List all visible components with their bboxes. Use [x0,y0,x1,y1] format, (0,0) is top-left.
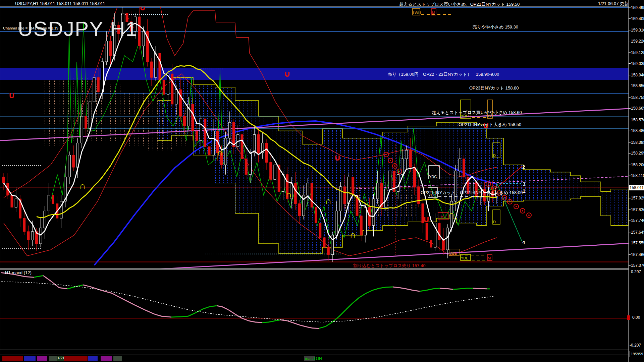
price-tick-label: 159.035 [631,61,644,66]
price-tick-label: 158.570 [631,118,644,122]
candle-body [257,134,260,153]
chart-annotation-text: OP23日NYカット 158.80 [469,85,519,91]
chart-window: ∪∪∪∪∪∪∩∩∩∩∩∩++ USDJPY,H1 158.011 158.011… [0,0,644,362]
candle-body [241,134,243,159]
macd-line-segment [399,288,406,289]
timeline-segment[interactable] [64,356,88,361]
macd-line-segment [67,287,76,289]
sell-arrow-icon: ∪ [139,2,146,12]
timeline-segment[interactable] [49,356,57,361]
timeline-segment[interactable] [113,356,122,361]
marker-box-label: YDL [461,256,468,260]
wave-count-label: 1 [523,188,525,194]
candle-body [270,163,272,180]
timeline-segment[interactable] [37,356,47,361]
macd-line-segment [353,298,359,303]
price-tick-label: 159.125 [631,50,644,55]
timeline-segment[interactable] [88,356,98,361]
candle-body [44,211,46,228]
macd-line-segment [359,293,366,298]
macd-line-segment [39,276,43,276]
macd-line-segment [51,281,59,288]
macd-line-segment [228,310,235,314]
wave-count-label: 2 [522,164,525,170]
timeline-segment[interactable] [2,356,23,361]
wave-count-label: 4 [522,239,525,245]
stop-level-dot [390,160,391,161]
candle-body [311,183,313,207]
sell-arrow-icon: ∪ [8,90,15,100]
stop-level-dot [516,206,517,207]
stop-level-dot [522,210,523,212]
candle-body [372,199,375,226]
chart-annotation-text: OP22日NYカット、OP21日NYカット大きめ 158.00 [421,190,523,196]
candle-body [3,177,5,183]
stop-level-dot [528,215,530,216]
timeline-date-label: 1/21 [57,356,64,360]
macd-line-segment [339,310,346,316]
macd-line-segment [406,289,413,290]
macd-line-segment [386,287,393,287]
candle-body [192,104,194,131]
macd-line-segment [319,326,326,328]
buy-arrow-icon: ∩ [350,230,356,240]
marker-box-label: M [488,256,491,260]
wave-count-label: 3 [523,181,525,187]
price-tick-label: 158.385 [631,140,644,145]
macd-line-segment [460,288,467,289]
candle-body [196,131,198,140]
macd-line-segment [145,310,155,314]
candle-body [138,17,141,46]
buy-arrow-icon: ∩ [448,209,455,220]
macd-line-segment [135,305,145,310]
macd-line-segment [433,288,440,289]
macd-line-segment [287,321,294,323]
candle-body [40,228,42,244]
candle-body [68,155,71,177]
candle-body [48,195,50,211]
price-tick-label: 159.405 [631,16,644,21]
candle-body [183,116,186,126]
macd-on-toggle-label[interactable]: macd ON [305,356,322,361]
marker-box-label: LMH [438,215,446,219]
macd-line-segment [332,316,339,322]
stop-level-dot [504,197,505,198]
sell-arrow-icon: ∪ [283,69,290,79]
macd-scale-zero: 0.00 [632,315,640,320]
stop-level-dot [509,201,511,202]
macd-scale-top: 0.297 [631,269,641,274]
candle-body [212,131,214,155]
candle-body [89,102,91,129]
price-tick-label: 158.295 [631,151,644,156]
price-tick-label: 159.220 [631,39,644,44]
candle-body [352,177,354,195]
price-tick-label: 157.555 [631,241,644,245]
timeline-segment[interactable] [101,356,112,361]
timeline-segment[interactable] [24,356,36,361]
macd-line-segment [25,277,34,277]
candle-body [348,177,350,204]
macd-line-segment [112,293,123,299]
price-tick-label: 157.645 [631,230,644,235]
candle-body [442,240,444,250]
candle-body [446,228,449,250]
candle-body [72,155,75,167]
marker-box-label: LWH [413,11,421,15]
candle-body [155,53,157,77]
chart-annotation-text: 割り込むとストップロス売り 157.40 [353,263,425,269]
candle-body [294,183,297,204]
price-tick-label: 158.480 [631,128,644,133]
macd-line-segment [326,322,332,326]
macd-line-segment [181,316,188,317]
macd-line-segment [188,313,195,316]
marker-box-label: D [493,220,496,224]
candle-body [274,165,276,179]
price-chart-canvas[interactable]: ∪∪∪∪∪∪∩∩∩∩∩∩++ [0,0,644,362]
candle-body [171,74,173,104]
macd-line-segment [59,288,67,289]
stop-level-dot [488,183,489,185]
macd-line-segment [312,328,319,328]
candle-body [253,134,256,153]
macd-line-segment [249,321,255,322]
candle-body [245,159,247,175]
